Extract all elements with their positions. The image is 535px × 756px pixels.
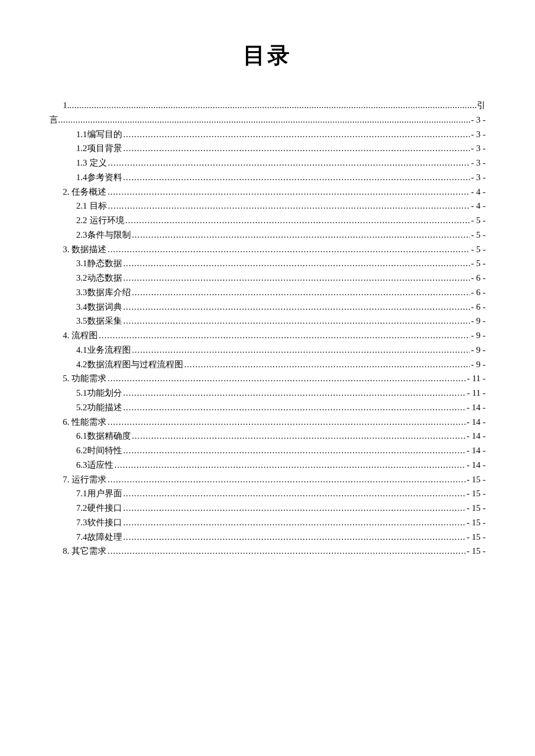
leader-dots xyxy=(184,357,470,372)
toc-entry: 4.1业务流程图- 9 - xyxy=(49,343,486,357)
toc-page-number: - 14 - xyxy=(467,400,486,415)
leader-dots xyxy=(123,314,470,328)
toc-page-number: - 6 - xyxy=(471,300,486,314)
leader-dots xyxy=(123,443,466,458)
leader-dots xyxy=(123,141,470,156)
leader-dots xyxy=(115,458,466,472)
toc-entry: 6. 性能需求- 14 - xyxy=(49,415,486,429)
toc-entry-overflow-char: 引 xyxy=(477,98,486,113)
leader-dots xyxy=(126,213,470,228)
leader-dots xyxy=(123,170,470,185)
toc-page-number: - 15 - xyxy=(467,472,486,487)
toc-page-number: - 9 - xyxy=(471,328,486,343)
toc-page-number: - 15 - xyxy=(467,544,486,558)
toc-page-number: - 9 - xyxy=(471,343,486,357)
leader-dots xyxy=(132,228,470,242)
toc-entry: 1.3 定义- 3 - xyxy=(49,156,486,170)
toc-entry: 1.2项目背景- 3 - xyxy=(49,141,486,156)
toc-page-number: - 4 - xyxy=(471,199,486,213)
toc-entry: 6.1数据精确度- 14 - xyxy=(49,429,486,443)
toc-entry: 7. 运行需求- 15 - xyxy=(49,472,486,487)
toc-entry-label: 4.2数据流程图与过程流程图 xyxy=(76,357,183,372)
toc-entry: 3.3数据库介绍- 6 - xyxy=(49,285,486,300)
toc-entry: 7.2硬件接口- 15 - xyxy=(49,501,486,515)
leader-dots xyxy=(123,486,466,501)
toc-entry-label: 5. 功能需求 xyxy=(63,371,106,386)
leader-dots xyxy=(108,242,470,257)
toc-entry-label: 7.1用户界面 xyxy=(76,486,122,501)
toc-entry: 7.1用户界面- 15 - xyxy=(49,486,486,501)
toc-entry: 3.5数据采集- 9 - xyxy=(49,314,486,328)
toc-entry: 1.1编写目的- 3 - xyxy=(49,127,486,142)
toc-entry-label: 6.3适应性 xyxy=(76,458,113,472)
toc-entry: 6.3适应性- 14 - xyxy=(49,458,486,472)
toc-page-number: - 3 - xyxy=(471,113,486,127)
toc-entry-label: 8. 其它需求 xyxy=(63,544,106,558)
toc-page-number: - 15 - xyxy=(467,530,486,544)
toc-entry-label: 7. 运行需求 xyxy=(63,472,106,487)
leader-dots xyxy=(123,256,470,271)
toc-entry: 1.4参考资料- 3 - xyxy=(49,170,486,185)
leader-dots xyxy=(108,415,466,429)
toc-page-number: - 3 - xyxy=(471,141,486,156)
toc-page-number: - 6 - xyxy=(471,285,486,300)
toc-entry-label: 3.5数据采集 xyxy=(76,314,122,328)
toc-page-number: - 3 - xyxy=(471,127,486,142)
leader-dots xyxy=(132,343,470,357)
toc-page-number: - 5 - xyxy=(471,256,486,271)
toc-entry: 2. 任务概述- 4 - xyxy=(49,185,486,199)
toc-entry-number: 1. xyxy=(63,98,69,113)
toc-page-number: - 3 - xyxy=(471,170,486,185)
toc-entry: 3.4数据词典- 6 - xyxy=(49,300,486,314)
toc-entry-label: 5.1功能划分 xyxy=(76,386,122,400)
toc-entry: 3.1静态数据- 5 - xyxy=(49,256,486,271)
toc-entry-label: 5.2功能描述 xyxy=(76,400,122,415)
toc-entry-label: 3.1静态数据 xyxy=(76,256,122,271)
toc-entry-1-wrap: 1. 引 言 - 3 - xyxy=(49,98,486,127)
toc-entry-label: 4.1业务流程图 xyxy=(76,343,131,357)
toc-entry: 5.2功能描述- 14 - xyxy=(49,400,486,415)
toc-entry: 7.4故障处理- 15 - xyxy=(49,530,486,544)
toc-page-number: - 6 - xyxy=(471,271,486,285)
leader-dots xyxy=(123,271,470,285)
toc-entry-label: 6.2时间特性 xyxy=(76,443,122,458)
leader-dots xyxy=(123,515,466,530)
toc-entry-label: 3.4数据词典 xyxy=(76,300,122,314)
leader-dots xyxy=(123,386,466,400)
toc-page-number: - 14 - xyxy=(467,429,486,443)
leader-dots xyxy=(58,113,471,127)
leader-dots xyxy=(108,371,466,386)
leader-dots xyxy=(123,300,470,314)
leader-dots xyxy=(123,530,466,544)
toc-page-number: - 15 - xyxy=(467,486,486,501)
leader-dots xyxy=(69,98,477,113)
toc-entry-label: 2.3条件与限制 xyxy=(76,228,131,242)
toc-page-number: - 11 - xyxy=(467,386,486,400)
toc-page-number: - 14 - xyxy=(467,415,486,429)
toc-page-number: - 5 - xyxy=(471,242,486,257)
toc-entry-label: 3.2动态数据 xyxy=(76,271,122,285)
toc-entry-label: 6. 性能需求 xyxy=(63,415,106,429)
toc-page-number: - 15 - xyxy=(467,515,486,530)
toc-entry-label: 1.3 定义 xyxy=(76,156,107,170)
toc-entry: 6.2时间特性- 14 - xyxy=(49,443,486,458)
toc-entry-label: 4. 流程图 xyxy=(63,328,98,343)
leader-dots xyxy=(99,328,470,343)
toc-entry-label: 7.4故障处理 xyxy=(76,530,122,544)
toc-entry: 7.3软件接口- 15 - xyxy=(49,515,486,530)
table-of-contents: 1. 引 言 - 3 - 1.1编写目的- 3 -1.2项目背景- 3 -1.3… xyxy=(49,98,486,558)
toc-entry: 4. 流程图- 9 - xyxy=(49,328,486,343)
toc-page-number: - 11 - xyxy=(467,371,486,386)
leader-dots xyxy=(123,501,466,515)
leader-dots xyxy=(123,400,466,415)
toc-entry: 4.2数据流程图与过程流程图- 9 - xyxy=(49,357,486,372)
toc-page-number: - 15 - xyxy=(467,501,486,515)
leader-dots xyxy=(132,429,466,443)
toc-page-number: - 5 - xyxy=(471,213,486,228)
toc-entry-label: 6.1数据精确度 xyxy=(76,429,131,443)
toc-entry-label: 2.1 目标 xyxy=(76,199,107,213)
toc-page-number: - 14 - xyxy=(467,443,486,458)
toc-entry-label: 2.2 运行环境 xyxy=(76,213,124,228)
toc-entry: 2.1 目标- 4 - xyxy=(49,199,486,213)
leader-dots xyxy=(108,185,470,199)
